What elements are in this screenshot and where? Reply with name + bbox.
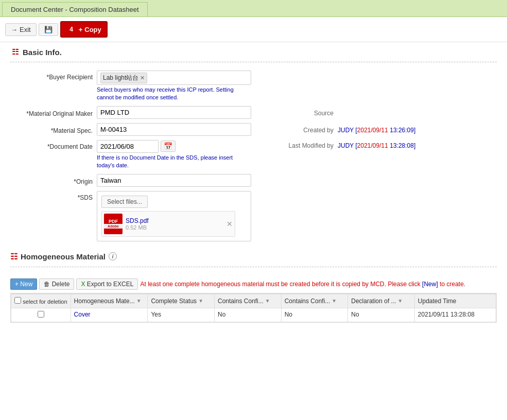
material-maker-label: *Material Original Maker	[26, 110, 93, 117]
row-upd-cell: 2021/09/11 13:28:08	[414, 308, 496, 322]
select-files-label: Select files...	[107, 198, 142, 205]
th-cc1-label: Contains Confi...	[218, 297, 264, 305]
th-hm: Homogeneous Mate... ▼	[71, 294, 148, 308]
divider-2	[10, 267, 497, 267]
file-name[interactable]: SDS.pdf	[126, 217, 223, 224]
file-remove-icon[interactable]: ✕	[226, 220, 233, 228]
buyer-tag-text: Lab light站台	[103, 74, 138, 82]
save-icon: 💾	[44, 26, 53, 33]
basic-info-title: ☷ Basic Info.	[10, 47, 497, 57]
document-date-input[interactable]	[97, 140, 159, 153]
notice-text: At least one complete homogeneous materi…	[140, 281, 420, 288]
copy-button[interactable]: 4 + Copy	[60, 21, 108, 38]
cs-filter-icon[interactable]: ▼	[198, 298, 203, 304]
row-hm-cell: Cover	[71, 308, 148, 322]
row-checkbox[interactable]	[38, 311, 44, 318]
hm-section-title: ☷ Homogeneous Material i	[10, 252, 497, 261]
material-spec-label: *Material Spec.	[51, 127, 93, 134]
cc2-value: No	[285, 311, 292, 318]
hm-icon: ☷	[10, 252, 18, 261]
th-upd: Updated Time	[414, 294, 496, 308]
th-check-label: select for deletion	[23, 299, 67, 305]
cs-value: Yes	[151, 311, 161, 318]
th-dec-label: Declaration of ...	[351, 297, 396, 305]
file-info: SDS.pdf 0.52 MB	[126, 217, 223, 231]
last-modified-date: 2021/09/11	[357, 142, 388, 149]
dec-filter-icon[interactable]: ▼	[398, 298, 403, 304]
basic-info-label: Basic Info.	[23, 48, 62, 57]
hm-notice: At least one complete homogeneous materi…	[140, 281, 465, 288]
exit-button[interactable]: → Exit	[5, 23, 37, 36]
last-modified-value: JUDY	[338, 142, 354, 149]
material-maker-input[interactable]	[97, 106, 251, 119]
sds-upload-area[interactable]: Select files... PDF Adobe SDS.pdf 0.52 M…	[97, 191, 251, 241]
buyer-tag: Lab light站台 ✕	[100, 73, 147, 83]
th-cs-label: Complete Status	[151, 297, 197, 305]
homogeneous-material-section: ☷ Homogeneous Material i + New 🗑 Delete …	[10, 252, 497, 323]
hm-table: select for deletion Homogeneous Mate... …	[11, 294, 496, 322]
row-check-cell	[11, 308, 71, 322]
basic-info-form: *Buyer Recipient Lab light站台 ✕ Select bu…	[10, 71, 497, 241]
badge-num: 4	[66, 24, 77, 34]
export-label: Export to EXCEL	[87, 281, 134, 288]
hm-table-wrap: select for deletion Homogeneous Mate... …	[10, 293, 497, 323]
delete-button[interactable]: 🗑 Delete	[39, 278, 74, 290]
origin-input[interactable]	[97, 174, 251, 187]
th-cc2: Contains Confi... ▼	[281, 294, 348, 308]
buyer-recipient-label: *Buyer Recipient	[47, 74, 93, 81]
export-excel-button[interactable]: X Export to EXCEL	[76, 278, 138, 290]
new-label: + New	[15, 281, 32, 288]
document-date-label: *Document Date	[47, 143, 93, 150]
cc2-filter-icon[interactable]: ▼	[331, 298, 337, 304]
new-button[interactable]: + New	[10, 278, 37, 290]
save-button[interactable]: 💾	[39, 23, 58, 36]
material-spec-input[interactable]	[97, 123, 251, 136]
notice-link[interactable]: [New]	[422, 281, 438, 288]
created-by-time: 13:26:09	[390, 127, 414, 134]
th-cs: Complete Status ▼	[148, 294, 215, 308]
select-all-checkbox[interactable]	[14, 297, 21, 304]
created-by-value: JUDY	[338, 127, 354, 134]
delete-icon: 🗑	[44, 281, 50, 288]
th-dec: Declaration of ... ▼	[348, 294, 415, 308]
source-label: Source	[314, 110, 334, 117]
calendar-icon[interactable]: 📅	[161, 141, 176, 152]
hm-label: Homogeneous Material	[21, 252, 106, 261]
notice-suffix: to create.	[440, 281, 465, 288]
hm-filter-icon[interactable]: ▼	[136, 298, 142, 304]
select-files-button[interactable]: Select files...	[101, 196, 148, 208]
upd-value: 2021/09/11 13:28:08	[418, 311, 475, 318]
excel-icon: X	[81, 281, 85, 288]
cc1-value: No	[218, 311, 225, 318]
copy-icon: +	[79, 26, 83, 33]
last-modified-label: Last Modified by	[289, 142, 334, 149]
hm-link[interactable]: Cover	[74, 311, 91, 318]
table-row: Cover Yes No No No	[11, 308, 496, 322]
hm-toolbar: + New 🗑 Delete X Export to EXCEL At leas…	[10, 275, 497, 293]
delete-label: Delete	[52, 281, 70, 288]
sds-label: *SDS	[78, 194, 93, 201]
buyer-recipient-input[interactable]: Lab light站台 ✕	[97, 71, 251, 85]
th-hm-label: Homogeneous Mate...	[74, 297, 135, 305]
row-dec-cell: No	[348, 308, 415, 322]
exit-label: Exit	[20, 26, 31, 33]
row-cc2-cell: No	[281, 308, 348, 322]
th-upd-label: Updated Time	[418, 297, 457, 305]
toolbar: → Exit 💾 4 + Copy	[0, 17, 507, 42]
main-content: ☷ Basic Info. *Buyer Recipient Lab light…	[0, 42, 507, 328]
exit-arrow-icon: →	[11, 26, 18, 33]
row-cc1-cell: No	[215, 308, 282, 322]
basic-info-icon: ☷	[10, 47, 20, 57]
row-cs-cell: Yes	[148, 308, 215, 322]
copy-label: Copy	[84, 26, 101, 33]
last-modified-time: 13:28:08	[390, 142, 414, 149]
th-cc1: Contains Confi... ▼	[215, 294, 282, 308]
cc1-filter-icon[interactable]: ▼	[265, 298, 270, 304]
created-by-date: 2021/09/11	[357, 127, 388, 134]
buyer-tag-close[interactable]: ✕	[140, 75, 145, 81]
active-tab[interactable]: Document Center - Composition Datasheet	[2, 2, 148, 16]
file-size: 0.52 MB	[126, 224, 223, 231]
dec-value: No	[351, 311, 359, 318]
divider-1	[10, 62, 497, 62]
tab-bar: Document Center - Composition Datasheet	[0, 0, 507, 17]
